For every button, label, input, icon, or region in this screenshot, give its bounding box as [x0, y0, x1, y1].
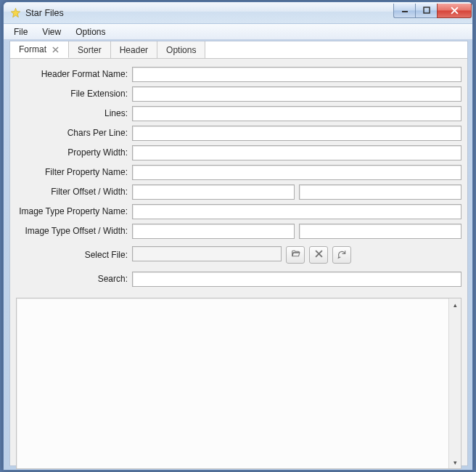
menu-options[interactable]: Options	[68, 25, 112, 38]
browse-button[interactable]	[286, 246, 305, 264]
svg-rect-1	[424, 7, 430, 13]
property-width-input[interactable]	[132, 145, 461, 160]
label-header-format-name: Header Format Name:	[16, 69, 132, 79]
header-format-name-input[interactable]	[132, 67, 461, 82]
scroll-up-button[interactable]: ▴	[449, 298, 461, 311]
refresh-icon	[337, 249, 347, 261]
row-header-format-name: Header Format Name:	[16, 66, 461, 82]
menu-file[interactable]: File	[7, 25, 35, 38]
window-controls	[393, 4, 472, 18]
lines-input[interactable]	[132, 106, 461, 121]
row-lines: Lines:	[16, 105, 461, 121]
close-button[interactable]	[437, 4, 472, 18]
select-file-input[interactable]	[132, 246, 282, 261]
image-type-offset-input[interactable]	[132, 224, 295, 239]
row-search: Search:	[16, 271, 461, 287]
image-type-property-name-input[interactable]	[132, 204, 461, 219]
row-image-type-offset-width: Image Type Offset / Width:	[16, 223, 461, 239]
row-file-extension: File Extension:	[16, 86, 461, 102]
label-chars-per-line: Chars Per Line:	[16, 128, 132, 138]
maximize-button[interactable]	[415, 4, 437, 18]
results-panel: ▴ ▾	[16, 298, 461, 469]
label-file-extension: File Extension:	[16, 89, 132, 99]
tab-sorter[interactable]: Sorter	[69, 41, 111, 58]
filter-property-name-input[interactable]	[132, 165, 461, 180]
svg-rect-0	[402, 11, 408, 12]
row-filter-property-name: Filter Property Name:	[16, 164, 461, 180]
tab-label: Sorter	[78, 45, 102, 55]
image-type-width-input[interactable]	[299, 224, 461, 239]
tab-close-icon[interactable]	[51, 45, 60, 54]
form-area: Header Format Name: File Extension: Line…	[10, 59, 467, 293]
row-select-file: Select File:	[16, 246, 461, 264]
chars-per-line-input[interactable]	[132, 126, 461, 141]
row-chars-per-line: Chars Per Line:	[16, 125, 461, 141]
label-image-type-property-name: Image Type Property Name:	[16, 206, 132, 216]
label-image-type-offset-width: Image Type Offset / Width:	[16, 226, 132, 236]
tab-label: Options	[166, 45, 196, 55]
tab-header[interactable]: Header	[111, 41, 157, 58]
chevron-up-icon: ▴	[454, 301, 457, 309]
window-title: Star Files	[25, 8, 393, 18]
titlebar[interactable]: Star Files	[4, 2, 472, 24]
file-extension-input[interactable]	[132, 86, 461, 102]
label-filter-offset-width: Filter Offset / Width:	[16, 187, 132, 197]
filter-width-input[interactable]	[299, 184, 461, 200]
clear-file-button[interactable]	[309, 246, 328, 264]
label-lines: Lines:	[16, 108, 132, 118]
tabstrip-fill	[205, 41, 467, 58]
folder-open-icon	[290, 249, 301, 261]
tab-label: Format	[19, 44, 46, 54]
label-select-file: Select File:	[16, 250, 132, 260]
chevron-down-icon: ▾	[454, 459, 457, 466]
tabstrip: Format Sorter Header Options	[10, 41, 467, 59]
scroll-down-button[interactable]: ▾	[449, 456, 461, 468]
filter-offset-input[interactable]	[132, 184, 295, 200]
row-property-width: Property Width:	[16, 145, 461, 160]
star-icon	[9, 7, 21, 19]
menubar: File View Options	[4, 24, 472, 40]
x-icon	[315, 250, 323, 260]
menu-view[interactable]: View	[35, 25, 68, 38]
refresh-button[interactable]	[332, 246, 351, 264]
label-search: Search:	[16, 274, 132, 284]
row-image-type-property-name: Image Type Property Name:	[16, 203, 461, 219]
client-area: Format Sorter Header Options Header Form…	[9, 41, 468, 466]
label-property-width: Property Width:	[16, 147, 132, 158]
tab-format[interactable]: Format	[10, 41, 69, 58]
minimize-button[interactable]	[393, 4, 415, 18]
results-scrollbar[interactable]: ▴ ▾	[448, 298, 461, 468]
app-window: Star Files File View Options Format	[3, 1, 473, 471]
tab-label: Header	[120, 45, 148, 55]
search-input[interactable]	[132, 272, 461, 287]
tab-options[interactable]: Options	[157, 41, 205, 58]
row-filter-offset-width: Filter Offset / Width:	[16, 184, 461, 200]
label-filter-property-name: Filter Property Name:	[16, 167, 132, 177]
